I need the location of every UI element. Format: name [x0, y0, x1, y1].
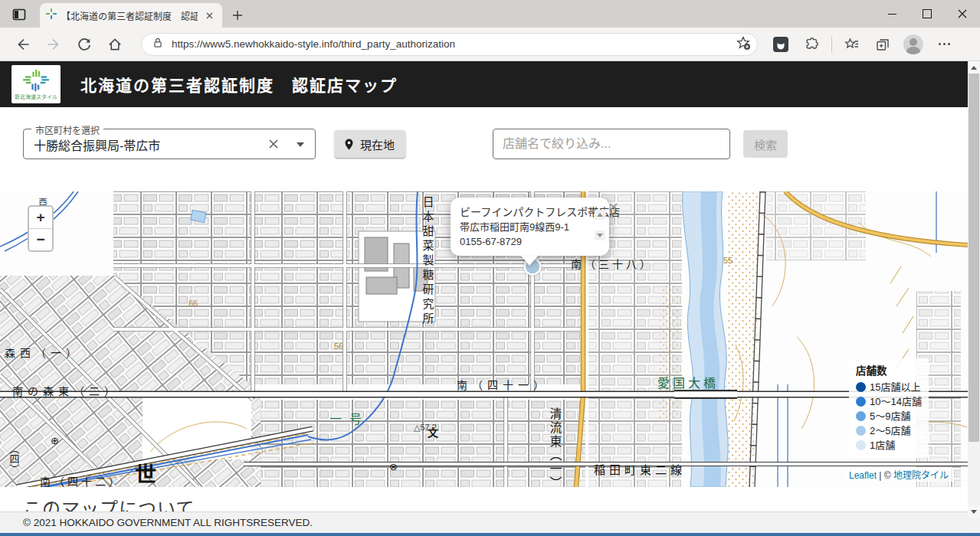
map-label: 文	[428, 427, 439, 439]
store-phone: 0155-67-8729	[460, 234, 589, 249]
close-window-button[interactable]	[945, 0, 980, 28]
url-text[interactable]: https://www5.newhokkaido-style.info/thir…	[172, 38, 736, 50]
scrollbar-down-icon[interactable]	[968, 505, 980, 518]
legend-label: 5〜9店舗	[870, 409, 910, 423]
popup-scroll-down-icon[interactable]	[595, 230, 605, 240]
popup-close-icon[interactable]	[607, 201, 619, 213]
popup-tail	[521, 256, 538, 266]
site-footer: © 2021 HOKKAIDO GOVERNMENT ALL RIGHTSRES…	[0, 511, 980, 533]
legend-title: 店舗数	[856, 362, 922, 377]
pinwheel-logo-icon	[22, 69, 50, 92]
map-label: 一号	[329, 413, 369, 426]
page-title: 北海道の第三者認証制度 認証店マップ	[80, 73, 398, 96]
site-logo: 新北海道スタイル	[11, 65, 61, 103]
legend-dot	[856, 426, 866, 436]
maximize-button[interactable]	[910, 0, 945, 28]
map-label: 稲田町東二線	[594, 463, 686, 476]
lock-icon	[151, 36, 165, 53]
zoom-in-button[interactable]: +	[29, 207, 52, 228]
map-label: 南（四十一）	[457, 379, 549, 391]
popup-scroll-up-icon[interactable]	[595, 210, 605, 220]
map-canvas[interactable]: 日本甜菜製糖研究所南（三十八）南（四十一）清流東（一）一号愛国大橋稲田町東二線森…	[0, 191, 968, 487]
map-label: 南（三十八）	[571, 258, 654, 270]
legend-dot	[856, 382, 866, 392]
map-label: 66	[188, 299, 198, 308]
legend-dot	[856, 411, 866, 421]
logo-caption: 新北海道スタイル	[15, 93, 57, 100]
legend-item: 15店舗以上	[856, 380, 922, 394]
minimize-button[interactable]	[874, 0, 910, 28]
site-header: 新北海道スタイル 北海道の第三者認証制度 認証店マップ	[0, 61, 968, 107]
home-button[interactable]	[102, 32, 128, 57]
map-attribution: Leaflet | © 地理院タイル	[845, 467, 952, 482]
current-location-label: 現在地	[360, 136, 395, 152]
new-tab-button[interactable]	[228, 6, 247, 25]
window-bottom-strip	[0, 533, 980, 536]
legend-item: 10〜14店舗	[856, 394, 922, 409]
page-scrollbar[interactable]	[968, 61, 980, 533]
map-label: ⊗	[389, 461, 398, 472]
about-heading: このマップについて	[0, 487, 968, 511]
legend-dot	[856, 440, 866, 450]
map-label: 56	[334, 342, 343, 351]
scrollbar-up-icon[interactable]	[968, 61, 980, 74]
profile-avatar[interactable]	[900, 32, 926, 57]
legend-label: 2〜5店舗	[870, 423, 910, 438]
legend-item: 5〜9店舗	[856, 409, 922, 423]
gsi-tiles-link[interactable]: 地理院タイル	[893, 470, 949, 481]
tab-close-icon[interactable]	[202, 8, 216, 22]
search-button[interactable]: 検索	[743, 130, 788, 158]
settings-menu-icon[interactable]	[931, 32, 957, 57]
scrollbar-thumb[interactable]	[969, 74, 979, 442]
store-address: 帯広市稲田町南9線西9-1	[460, 220, 589, 234]
store-filter-input[interactable]	[493, 129, 730, 159]
browser-tab[interactable]: 【北海道の第三者認証制度 認証	[40, 3, 222, 28]
map-label: 南の森東（二）	[12, 385, 120, 397]
legend-dot	[856, 397, 866, 407]
municipality-select-label: 市区町村を選択	[31, 123, 103, 136]
legend-item: 1店舗	[856, 438, 922, 453]
popup-scroll	[595, 210, 605, 240]
forward-button[interactable]	[41, 32, 67, 57]
leaflet-link[interactable]: Leaflet	[849, 470, 877, 481]
collections-icon[interactable]	[870, 32, 896, 57]
dropdown-arrow-icon[interactable]	[297, 142, 304, 147]
legend-label: 15店舗以上	[870, 380, 920, 394]
controls-bar: 市区町村を選択 十勝総合振興局-帯広市 現在地 検索	[0, 107, 968, 191]
about-section: このマップについて	[0, 487, 968, 511]
browser-window: 【北海道の第三者認証制度 認証	[0, 0, 980, 536]
current-location-button[interactable]: 現在地	[335, 130, 405, 158]
extensions-puzzle-icon[interactable]	[798, 32, 824, 57]
address-bar[interactable]: https://www5.newhokkaido-style.info/thir…	[141, 33, 758, 56]
map-label: 世	[135, 463, 156, 487]
clear-selection-icon[interactable]	[266, 136, 281, 152]
map-label: 森西（一）	[5, 347, 81, 359]
site-favicon-icon	[46, 8, 57, 22]
municipality-select[interactable]: 市区町村を選択 十勝総合振興局-帯広市	[23, 129, 316, 159]
store-count-legend: 店舗数 15店舗以上10〜14店舗5〜9店舗2〜5店舗1店舗	[849, 358, 929, 458]
tab-actions-icon[interactable]	[9, 5, 29, 24]
legend-item: 2〜5店舗	[856, 423, 922, 438]
map-label: 日本甜菜製糖研究所	[421, 196, 434, 327]
browser-toolbar: https://www5.newhokkaido-style.info/thir…	[0, 28, 980, 61]
favorites-bar-icon[interactable]	[839, 32, 865, 57]
add-favorite-icon[interactable]	[736, 35, 751, 54]
legend-label: 10〜14店舗	[870, 394, 922, 409]
extension-shortcut-icon[interactable]	[768, 32, 794, 57]
store-name: ビーフインパクトフレスポ帯広店	[460, 204, 589, 220]
map-label: （四）	[8, 444, 20, 474]
refresh-button[interactable]	[71, 32, 97, 57]
map-label: 愛国大橋	[657, 377, 719, 390]
tab-title: 【北海道の第三者認証制度 認証	[61, 9, 198, 22]
zoom-out-button[interactable]: −	[29, 228, 52, 250]
store-popup-card: ビーフインパクトフレスポ帯広店 帯広市稲田町南9線西9-1 0155-67-87…	[451, 198, 609, 256]
store-popup: ビーフインパクトフレスポ帯広店 帯広市稲田町南9線西9-1 0155-67-87…	[451, 198, 609, 256]
back-button[interactable]	[10, 32, 36, 57]
location-pin-icon	[343, 138, 356, 151]
browser-titlebar: 【北海道の第三者認証制度 認証	[0, 0, 980, 28]
map-label: 55	[723, 256, 733, 265]
legend-label: 1店舗	[870, 438, 895, 453]
attribution-separator: | ©	[879, 470, 890, 481]
map-zoom-control: + −	[28, 205, 54, 252]
municipality-select-value: 十勝総合振興局-帯広市	[34, 136, 160, 154]
